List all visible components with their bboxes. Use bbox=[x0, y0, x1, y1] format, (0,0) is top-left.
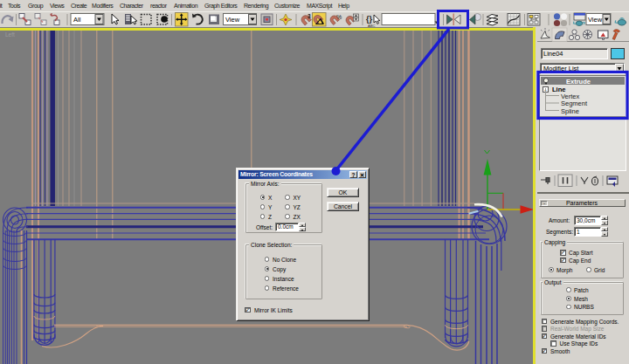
svg-text:All: All bbox=[73, 16, 81, 24]
svg-text:Left: Left bbox=[5, 31, 15, 38]
svg-text:View: View bbox=[225, 16, 240, 24]
svg-text:{}: {} bbox=[366, 15, 373, 24]
svg-text:%: % bbox=[336, 14, 342, 20]
svg-text:View: View bbox=[588, 16, 603, 24]
svg-text:3: 3 bbox=[308, 13, 311, 19]
